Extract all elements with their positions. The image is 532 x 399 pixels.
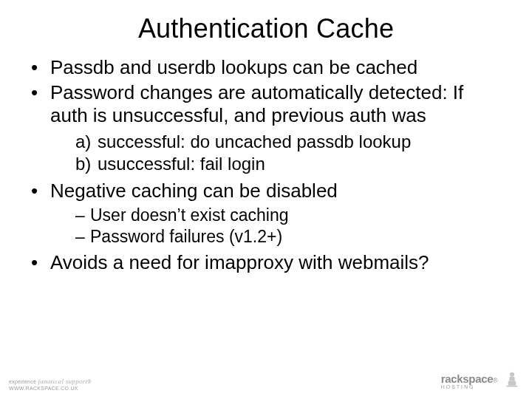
bullet-text: Passdb and userdb lookups can be cached [50,56,417,78]
dash-text: User doesn’t exist caching [90,205,288,225]
brand-name: rackspace [441,372,494,385]
dash-item: User doesn’t exist caching [75,205,502,226]
lettered-text: usuccessful: fail login [98,154,265,174]
bullet-item: Negative caching can be disabled User do… [30,180,502,247]
bullet-item: Avoids a need for imapproxy with webmail… [30,251,502,275]
svg-rect-0 [508,381,516,386]
slide-content: Passdb and userdb lookups can be cached … [0,52,532,275]
slide: Authentication Cache Passdb and userdb l… [0,0,532,399]
footer-right: rackspace® HOSTING [441,369,522,392]
bullet-text: Avoids a need for imapproxy with webmail… [50,251,429,273]
svg-rect-1 [509,377,514,381]
footer-url: WWW.RACKSPACE.CO.UK [9,386,92,392]
svg-rect-3 [506,386,518,387]
brand-text: rackspace® HOSTING [441,372,498,389]
page-title: Authentication Cache [0,0,532,52]
bullet-text: Password changes are automatically detec… [50,81,463,127]
lettered-text: successful: do uncached passdb lookup [98,132,411,151]
dash-list: User doesn’t exist caching Password fail… [50,205,502,248]
lettered-item: successful: do uncached passdb lookup [75,131,502,153]
bullet-text: Negative caching can be disabled [50,180,338,202]
footer-left: experience fanatical support® WWW.RACKSP… [9,378,92,392]
footer-tagline: experience fanatical support® [9,378,92,386]
lettered-item: usuccessful: fail login [75,153,502,175]
svg-point-2 [510,372,514,377]
rackspace-logo-icon [502,369,522,392]
dash-item: Password failures (v1.2+) [75,226,502,248]
lettered-list: successful: do uncached passdb lookup us… [50,131,502,175]
bullet-item: Password changes are automatically detec… [30,81,502,175]
bullet-list: Passdb and userdb lookups can be cached … [30,56,502,275]
bullet-item: Passdb and userdb lookups can be cached [30,56,502,80]
dash-text: Password failures (v1.2+) [90,227,282,246]
